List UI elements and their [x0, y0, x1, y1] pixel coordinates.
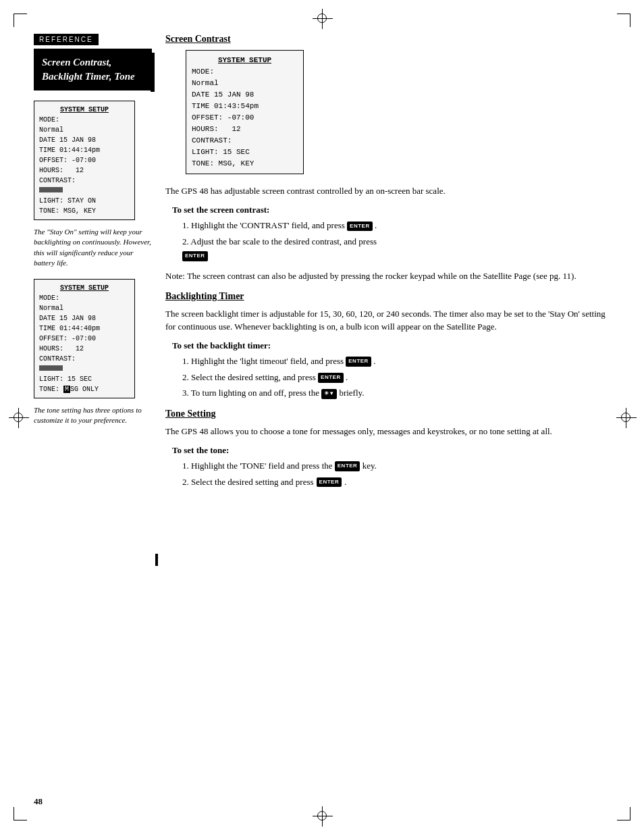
page-container: REFERENCE Screen Contrast, Backlight Tim… [0, 0, 644, 834]
crosshair-top [317, 14, 327, 23]
section2-step1: 1. Highlight the 'light timeout' field, … [182, 355, 610, 369]
caption-2: The tone setting has three options to cu… [34, 405, 152, 426]
section3-body: The GPS 48 allows you to choose a tone f… [165, 425, 610, 438]
large-screen1-time: TIME 01:43:54pm [192, 101, 298, 112]
screen2-contrast-bar [39, 364, 130, 374]
section1-step1: 1. Highlight the 'CONTRAST' field, and p… [182, 219, 610, 233]
screen2-offset: OFFSET: -07:00 [39, 334, 130, 344]
crosshair-circle-top [317, 14, 327, 23]
gps-screen-2: SYSTEM SETUP MODE: Normal DATE 15 JAN 98… [34, 279, 135, 398]
enter-btn-5: ENTER [335, 461, 360, 471]
screen1-light: LIGHT: STAY ON [39, 196, 130, 206]
vertical-bar [155, 554, 158, 566]
section2-step3: 3. To turn lighting on and off, press th… [182, 386, 610, 400]
caption-1: The "Stay On" setting will keep your bac… [34, 227, 152, 269]
page-number: 48 [34, 796, 43, 807]
right-column: Screen Contrast SYSTEM SETUP MODE: Norma… [165, 34, 610, 497]
section2-instruction: To set the backlight timer: [172, 340, 610, 351]
section-screen-contrast: Screen Contrast SYSTEM SETUP MODE: Norma… [165, 34, 610, 283]
title-box: Screen Contrast, Backlight Timer, Tone [34, 49, 152, 90]
section1-body: The GPS 48 has adjustable screen contras… [165, 184, 610, 198]
large-screen1-hours: HOURS: 12 [192, 124, 298, 135]
screen2-tone: TONE: MSG ONLY [39, 384, 130, 394]
screen1-mode-label: MODE: [39, 115, 130, 125]
section3-step2: 2. Select the desired setting and press … [182, 475, 610, 490]
screen1-mode-value: Normal [39, 125, 130, 135]
large-screen1-tone: TONE: MSG, KEY [192, 158, 298, 170]
crosshair-circle-left [14, 413, 23, 422]
section1-note: Note: The screen contrast can also be ad… [165, 269, 610, 283]
crosshair-circle-bottom [317, 811, 327, 820]
light-btn: ☀▼ [321, 389, 337, 399]
main-content: REFERENCE Screen Contrast, Backlight Tim… [34, 34, 610, 497]
gps-screen-1: SYSTEM SETUP MODE: Normal DATE 15 JAN 98… [34, 101, 135, 220]
screen2-mode-value: Normal [39, 303, 130, 313]
corner-mark-bl [14, 807, 27, 820]
section3-steps: 1. Highlight the 'TONE' field and press … [182, 459, 610, 490]
screen2-light: LIGHT: 15 SEC [39, 374, 130, 384]
screen2-date: DATE 15 JAN 98 [39, 313, 130, 323]
screen2-time: TIME 01:44:40pm [39, 323, 130, 334]
screen2-hours: HOURS: 12 [39, 344, 130, 354]
crosshair-circle-right [621, 413, 630, 422]
screen1-hours: HOURS: 12 [39, 165, 130, 176]
left-column: REFERENCE Screen Contrast, Backlight Tim… [34, 34, 152, 497]
corner-mark-tr [617, 14, 630, 27]
section3-step1: 1. Highlight the 'TONE' field and press … [182, 459, 610, 473]
enter-btn-6: ENTER [317, 477, 342, 488]
crosshair-left [14, 413, 23, 422]
screen1-time: TIME 01:44:14pm [39, 145, 130, 155]
screen1-tone: TONE: MSG, KEY [39, 206, 130, 216]
corner-mark-br [617, 807, 630, 820]
enter-btn-4: ENTER [318, 373, 344, 383]
section1-steps: 1. Highlight the 'CONTRAST' field, and p… [182, 219, 610, 263]
section-backlighting: Backlighting Timer The screen backlight … [165, 291, 610, 400]
enter-btn-2: ENTER [182, 251, 208, 261]
large-screen1-offset: OFFSET: -07:00 [192, 112, 298, 124]
screen1-date: DATE 15 JAN 98 [39, 135, 130, 145]
large-screen1-date: DATE 15 JAN 98 [192, 89, 298, 101]
section2-title: Backlighting Timer [165, 291, 610, 302]
page-title: Screen Contrast, Backlight Timer, Tone [42, 55, 144, 84]
section2-step2: 2. Select the desired setting, and press… [182, 371, 610, 385]
section1-title: Screen Contrast [165, 34, 610, 45]
screen1-contrast-bar [39, 186, 130, 196]
crosshair-right [621, 413, 630, 422]
gps-screen-large-1: SYSTEM SETUP MODE: Normal DATE 15 JAN 98… [186, 50, 304, 174]
screen2-title: SYSTEM SETUP [39, 283, 130, 293]
large-screen1-mode-value: Normal [192, 78, 298, 89]
section3-title: Tone Setting [165, 409, 610, 419]
screen2-mode-label: MODE: [39, 293, 130, 303]
corner-mark-tl [14, 14, 27, 27]
screen1-offset: OFFSET: -07:00 [39, 155, 130, 165]
enter-btn-1: ENTER [347, 221, 373, 232]
crosshair-bottom [317, 811, 327, 820]
screen1-title: SYSTEM SETUP [39, 105, 130, 115]
large-screen1-title: SYSTEM SETUP [192, 55, 298, 66]
enter-btn-3: ENTER [346, 357, 371, 367]
section1-instruction: To set the screen contrast: [172, 205, 610, 215]
large-screen1-contrast-label: CONTRAST: [192, 135, 298, 147]
section3-instruction: To set the tone: [172, 445, 610, 456]
section2-body: The screen backlight timer is adjustable… [165, 307, 610, 334]
large-screen1-mode-label: MODE: [192, 66, 298, 78]
section-tone: Tone Setting The GPS 48 allows you to ch… [165, 409, 610, 489]
section2-steps: 1. Highlight the 'light timeout' field, … [182, 355, 610, 400]
screen1-contrast-label: CONTRAST: [39, 176, 130, 186]
screen2-contrast-label: CONTRAST: [39, 354, 130, 364]
reference-tag: REFERENCE [34, 34, 99, 45]
section1-step2: 2. Adjust the bar scale to the desired c… [182, 235, 610, 263]
large-screen1-light: LIGHT: 15 SEC [192, 147, 298, 158]
